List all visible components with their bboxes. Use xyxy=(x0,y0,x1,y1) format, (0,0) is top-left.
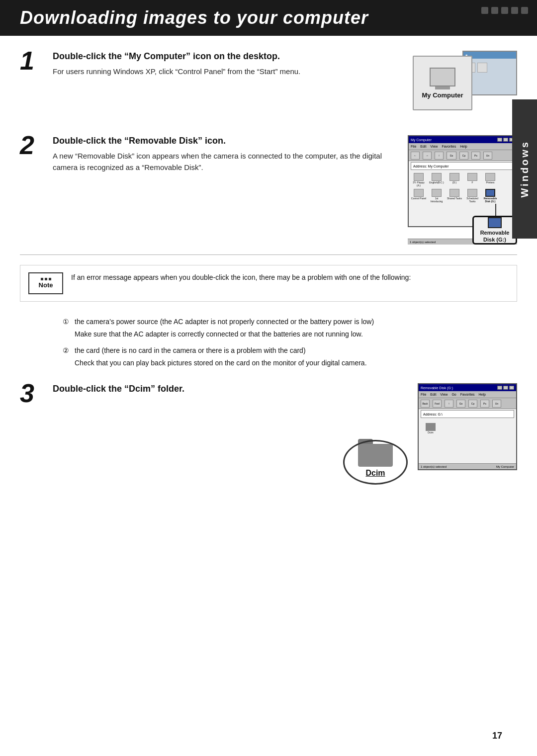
my-computer-icon-img xyxy=(430,68,455,86)
icon-introducing: 1st Introducing xyxy=(429,189,445,203)
menu-favorites[interactable]: Favorites xyxy=(442,145,456,148)
step3-status-text: 1 object(s) selected xyxy=(421,465,447,468)
cd-icon xyxy=(449,173,459,181)
introducing-label: 1st Introducing xyxy=(429,197,445,203)
note-intro-text: If an error message appears when you dou… xyxy=(71,272,411,283)
step3-text: Double-click the “Dcim” folder. xyxy=(47,383,313,399)
removable-label: Removable Disk (G:) xyxy=(482,197,498,203)
note-dot-3 xyxy=(49,278,51,280)
my-computer-label: My Computer xyxy=(422,91,463,99)
step1-text: Double-click the “My Computer” icon on t… xyxy=(47,51,398,78)
win-titlebar: My Computer _ □ × xyxy=(409,136,516,143)
step3-menu-file[interactable]: File xyxy=(421,393,426,396)
note-list-item-1: ① the camera’s power source (the AC adap… xyxy=(63,317,517,339)
step3-section: 3 Double-click the “Dcim” folder. Dcim R… xyxy=(20,383,517,483)
icon-removable: Removable Disk (G:) xyxy=(482,189,498,203)
step3-go-btn[interactable]: Go xyxy=(456,400,465,408)
note-list-item-2: ② the card (there is no card in the came… xyxy=(63,345,517,368)
step3-menu-view[interactable]: View xyxy=(440,393,448,396)
step3-forward-btn[interactable]: Fwd xyxy=(433,400,442,408)
dcim-folder-icon-small xyxy=(426,423,436,431)
step2-text: Double-click the “Removable Disk” icon. … xyxy=(47,135,398,173)
tasks-label: Shared Tasks xyxy=(447,197,462,200)
main-content: 1 Double-click the “My Computer” icon on… xyxy=(0,36,537,498)
note-item2-sub: Check that you can play back pictures st… xyxy=(75,358,517,368)
printers-label: Printers xyxy=(486,181,494,184)
step2-number: 2 xyxy=(20,132,47,158)
forward-btn[interactable]: → xyxy=(423,152,432,160)
step3-number: 3 xyxy=(20,380,47,406)
step3-address-bar[interactable]: Address: G:\ xyxy=(421,410,514,418)
step3-image-area: Dcim Removable Disk (G:) _ □ × File Edit xyxy=(318,383,517,483)
scheduled-icon xyxy=(467,189,477,197)
go-btn[interactable]: Go xyxy=(447,152,456,160)
paste-btn[interactable]: Ps xyxy=(471,152,480,160)
control-icon xyxy=(414,189,424,197)
step3-maximize-btn[interactable]: □ xyxy=(503,386,508,390)
step3-heading: Double-click the “Dcim” folder. xyxy=(53,383,313,395)
step1-image: ■ My Computer xyxy=(408,51,517,120)
note-dot-1 xyxy=(41,278,43,280)
my-computer-box: My Computer xyxy=(413,56,472,110)
note-item1-text: the camera’s power source (the AC adapte… xyxy=(75,318,374,326)
step3-close-btn[interactable]: × xyxy=(509,386,514,390)
step3-menu-edit[interactable]: Edit xyxy=(430,393,436,396)
step3-status-right: My Computer xyxy=(496,465,514,468)
menu-help[interactable]: Help xyxy=(460,145,467,148)
step3-back-btn[interactable]: Back xyxy=(421,400,430,408)
minimize-btn[interactable]: _ xyxy=(497,138,502,142)
hdd-icon xyxy=(432,173,442,181)
win-toolbar: ← → ↑ Go Cp Ps Un xyxy=(409,150,516,161)
cd-label: (D:) xyxy=(452,181,456,184)
maximize-btn[interactable]: □ xyxy=(503,138,508,142)
note-item1-num: ① xyxy=(63,317,75,327)
page-number: 17 xyxy=(492,731,502,741)
menu-edit[interactable]: Edit xyxy=(420,145,426,148)
back-btn[interactable]: ← xyxy=(411,152,420,160)
win-content: 3½ Floppy (A:) English(B:C:) (D:) F xyxy=(409,171,516,205)
dot5 xyxy=(521,7,528,14)
note-dot-2 xyxy=(45,278,47,280)
removable-disk-icon xyxy=(488,217,502,228)
address-text: Address: My Computer xyxy=(413,165,449,168)
step3-menubar: File Edit View Go Favorites Help xyxy=(419,391,516,398)
menu-view[interactable]: View xyxy=(430,145,438,148)
menu-file[interactable]: File xyxy=(411,145,416,148)
floppy-label: 3½ Floppy (A:) xyxy=(411,181,427,187)
step3-undo-btn[interactable]: Un xyxy=(492,400,501,408)
up-btn[interactable]: ↑ xyxy=(435,152,444,160)
note-item1-content: the camera’s power source (the AC adapte… xyxy=(75,317,517,339)
step3-copy-btn[interactable]: Cp xyxy=(468,400,477,408)
icon-printers: Printers xyxy=(482,173,498,187)
step2-desc: A new “Removable Disk” icon appears when… xyxy=(53,151,398,173)
win-address-bar[interactable]: Address: My Computer xyxy=(411,162,514,170)
step3-menu-favorites[interactable]: Favorites xyxy=(460,393,475,396)
icon-scheduled: Scheduled Tasks xyxy=(464,189,480,203)
floppy-icon xyxy=(414,173,424,181)
step3-menu-help[interactable]: Help xyxy=(479,393,486,396)
control-label: Control Panel xyxy=(411,197,426,200)
step2-section: 2 Double-click the “Removable Disk” icon… xyxy=(20,135,517,245)
step3-address-text: Address: G:\ xyxy=(423,413,443,416)
dot4 xyxy=(511,7,518,14)
step3-content: Dcim xyxy=(419,419,516,438)
removable-icon xyxy=(485,189,495,197)
copy-btn[interactable]: Cp xyxy=(459,152,468,160)
step3-win-title: Removable Disk (G:) xyxy=(421,386,453,390)
removable-callout: Removable Disk (G:) xyxy=(467,210,517,245)
step3-statusbar: 1 object(s) selected My Computer xyxy=(419,463,516,469)
printers-icon xyxy=(485,173,495,181)
step3-win-btns: _ □ × xyxy=(497,386,514,390)
step3-menu-go[interactable]: Go xyxy=(451,393,456,396)
step3-up-btn[interactable]: ↑ xyxy=(445,400,453,408)
win-menubar: File Edit View Favorites Help xyxy=(409,143,516,150)
icon-floppy: 3½ Floppy (A:) xyxy=(411,173,427,187)
f-label: F xyxy=(471,181,473,184)
step3-minimize-btn[interactable]: _ xyxy=(497,386,502,390)
note-list: ① the camera’s power source (the AC adap… xyxy=(63,317,517,368)
undo-btn[interactable]: Un xyxy=(483,152,492,160)
statusbar-text: 1 object(s) selected xyxy=(410,241,436,244)
page-title: Downloading images to your computer xyxy=(20,7,368,28)
step3-paste-btn[interactable]: Ps xyxy=(480,400,489,408)
step1-desc: For users running Windows XP, click “Con… xyxy=(53,66,398,78)
